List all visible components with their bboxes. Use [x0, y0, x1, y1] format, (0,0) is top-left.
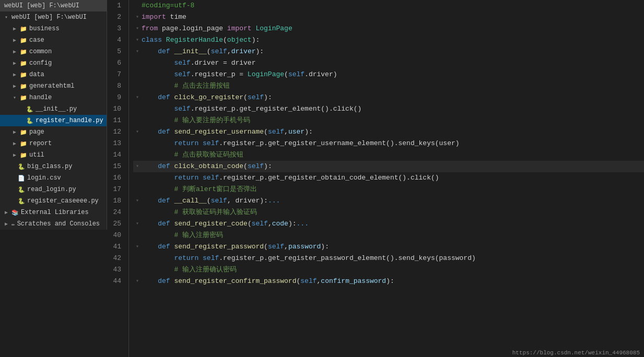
- token-plain: [162, 34, 166, 46]
- sidebar-item-business[interactable]: ▶📁business: [0, 23, 107, 34]
- token-comment-cn: # 点击去注册按钮: [174, 80, 230, 92]
- arrow-icon: ▶: [10, 83, 19, 89]
- code-line: ▾ def __init__(self,driver):: [133, 46, 644, 57]
- sidebar-item-root[interactable]: ▾webUI [web] F:\webUI: [0, 11, 107, 23]
- line-number: 6: [107, 57, 124, 69]
- token-self-kw: self: [174, 57, 190, 69]
- token-plain: time: [166, 11, 186, 23]
- sidebar-header: webUI [web] F:\webUI: [0, 0, 107, 11]
- token-plain: .register_p.get_register_obtain_code_ele…: [219, 172, 439, 184]
- line-number: 1: [107, 0, 124, 11]
- token-plain: .register_p.get_register_username_elemen…: [219, 138, 459, 149]
- token-builtin: object: [227, 34, 252, 46]
- token-plain: .driver = driver: [191, 57, 256, 69]
- token-plain: ):: [252, 34, 260, 46]
- token-plain: [170, 161, 174, 172]
- file-icon: 📄: [18, 175, 25, 182]
- token-plain: [142, 46, 158, 57]
- token-plain: (: [223, 34, 227, 46]
- fold-gutter[interactable]: ▾: [133, 276, 142, 287]
- sidebar-item-big_class_py[interactable]: 🐍big_class.py: [0, 161, 107, 172]
- code-content[interactable]: #coding=utf-8▾import time▾from page.logi…: [129, 0, 644, 357]
- token-comment-cn: # 点击获取验证码按钮: [174, 149, 243, 161]
- item-label: config: [29, 59, 52, 67]
- fold-gutter[interactable]: ▾: [133, 126, 142, 138]
- line-number: 13: [107, 138, 124, 149]
- sidebar-item-handle[interactable]: ▾📁handle: [0, 92, 107, 103]
- sidebar-item-data[interactable]: ▶📁data: [0, 69, 107, 80]
- token-self-kw: self: [288, 69, 305, 80]
- line-number: 17: [107, 184, 124, 195]
- code-line: ▾ def click_go_register(self):: [133, 92, 644, 103]
- arrow-icon: ▶: [10, 60, 19, 66]
- file-icon: 📁: [20, 49, 27, 55]
- token-kw: return: [174, 253, 198, 264]
- token-plain: (: [284, 69, 288, 80]
- token-fn: __init__: [174, 46, 206, 57]
- fold-gutter[interactable]: ▾: [133, 46, 142, 57]
- token-plain: ):: [386, 276, 394, 287]
- item-label: Scratches and Consoles: [17, 220, 100, 228]
- token-kw2: import: [227, 23, 252, 34]
- token-self-kw: self: [268, 241, 284, 253]
- sidebar-item-generatehtml[interactable]: ▶📁generatehtml: [0, 80, 107, 92]
- token-plain: [142, 253, 174, 264]
- token-plain: (: [207, 195, 211, 207]
- code-line: self.driver = driver: [133, 57, 644, 69]
- file-icon: 🐍: [18, 186, 25, 193]
- sidebar-item-register_handle_py[interactable]: 🐍register_handle.py: [0, 115, 107, 126]
- code-line: return self.register_p.get_register_pass…: [133, 253, 644, 264]
- token-plain: [142, 230, 174, 241]
- file-icon: 📁: [20, 26, 27, 32]
- code-line: ▾ def click_obtain_code(self):: [133, 161, 644, 172]
- fold-gutter[interactable]: ▾: [133, 23, 142, 34]
- sidebar-item-util[interactable]: ▶📁util: [0, 149, 107, 161]
- sidebar-item-init_py[interactable]: 🐍__init__.py: [0, 103, 107, 115]
- sidebar-item-common[interactable]: ▶📁common: [0, 46, 107, 57]
- token-plain: ,: [284, 126, 288, 138]
- file-icon: 🐍: [18, 198, 25, 205]
- sidebar-item-read_login_py[interactable]: 🐍read_login.py: [0, 184, 107, 195]
- sidebar-item-scratches[interactable]: ▶✏️Scratches and Consoles: [0, 218, 107, 230]
- token-plain: (: [243, 161, 248, 172]
- fold-gutter[interactable]: ▾: [133, 195, 142, 207]
- fold-gutter[interactable]: ▾: [133, 241, 142, 253]
- line-number: 5: [107, 46, 124, 57]
- line-number: 15: [107, 161, 124, 172]
- arrow-icon: ▶: [10, 26, 19, 32]
- line-number: 44: [107, 276, 124, 287]
- file-icon: 📁: [20, 72, 27, 78]
- sidebar-item-case[interactable]: ▶📁case: [0, 34, 107, 46]
- token-plain: ):: [288, 218, 297, 230]
- sidebar-item-external_libs[interactable]: ▶📚External Libraries: [0, 207, 107, 218]
- file-icon: 📚: [11, 209, 19, 216]
- token-ellipsis: ...: [297, 218, 309, 230]
- arrow-icon: ▶: [10, 49, 19, 55]
- sidebar-item-page[interactable]: ▶📁page: [0, 126, 107, 138]
- token-self-kw: self: [248, 92, 264, 103]
- token-comment-cn: # 输入注册密码: [174, 230, 223, 241]
- fold-gutter[interactable]: ▾: [133, 161, 142, 172]
- token-kw: return: [174, 172, 198, 184]
- token-kw: return: [174, 138, 198, 149]
- item-label: case: [29, 37, 44, 44]
- line-number: 2: [107, 11, 124, 23]
- fold-gutter[interactable]: ▾: [133, 34, 142, 46]
- token-fn: send_register_confirm_password: [174, 276, 296, 287]
- item-label: business: [29, 25, 60, 32]
- sidebar-item-report[interactable]: ▶📁report: [0, 138, 107, 149]
- fold-gutter[interactable]: ▾: [133, 92, 142, 103]
- arrow-icon: ▾: [10, 94, 19, 101]
- sidebar-item-register_caseeee_py[interactable]: 🐍register_caseeee.py: [0, 195, 107, 207]
- token-plain: ,: [227, 46, 231, 57]
- token-self-kw: self: [203, 253, 219, 264]
- code-line: # 点击去注册按钮: [133, 80, 644, 92]
- sidebar-item-login_csv[interactable]: 📄login.csv: [0, 172, 107, 184]
- token-self-kw: self: [268, 126, 284, 138]
- fold-gutter[interactable]: ▾: [133, 11, 142, 23]
- token-kw: def: [158, 241, 170, 253]
- fold-gutter[interactable]: ▾: [133, 218, 142, 230]
- file-icon: 🐍: [18, 163, 25, 170]
- sidebar-item-config[interactable]: ▶📁config: [0, 57, 107, 69]
- arrow-icon: ▶: [10, 152, 19, 158]
